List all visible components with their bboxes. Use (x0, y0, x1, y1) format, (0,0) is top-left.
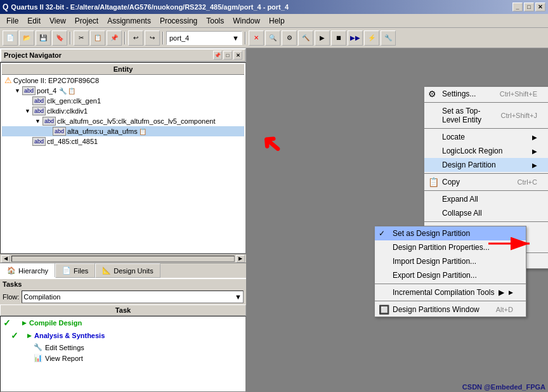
tb-btn-6[interactable]: ⚙ (282, 30, 297, 46)
tree-item-ctl485[interactable]: abd ctl_485:ctl_4851 (2, 136, 244, 147)
tb-btn-8[interactable]: ▶ (315, 30, 330, 46)
ctx-logiclock[interactable]: LogicLock Region ▶ (424, 144, 548, 158)
sep-4 (245, 32, 246, 44)
save-button[interactable]: 💾 (36, 30, 51, 46)
tab-hierarchy[interactable]: 🏠 Hierarchy (0, 263, 55, 278)
abcd-icon-clkdiv: abd (32, 107, 46, 115)
menu-processing[interactable]: Processing (156, 15, 201, 27)
submenu-set-partition-label: Set as Design Partition (393, 229, 470, 238)
ctx-top-level[interactable]: Set as Top-Level Entity Ctrl+Shift+J (424, 104, 548, 127)
menu-file[interactable]: File (3, 15, 22, 27)
minimize-button[interactable]: _ (512, 3, 523, 11)
ctx-settings-shortcut: Ctrl+Shift+E (500, 90, 537, 98)
tb-btn-x[interactable]: ✕ (249, 30, 264, 46)
maximize-button[interactable]: □ (524, 3, 534, 11)
tb-btn-10[interactable]: ⚡ (364, 30, 379, 46)
tree-item-clkdiv[interactable]: ▼ abd clkdiv:clkdiv1 (2, 106, 244, 116)
tree-item-alta-ufms[interactable]: abd alta_ufms:u_alta_ufms 📋 (2, 126, 244, 136)
tree-item-cyclone[interactable]: ⚠ Cyclone II: EP2C70F896C8 (2, 75, 244, 86)
task-view-report[interactable]: 📊 View Report (1, 353, 245, 363)
ctx-copy[interactable]: 📋 Copy Ctrl+C (424, 175, 548, 189)
menu-project[interactable]: Project (71, 15, 102, 27)
redo-button[interactable]: ↪ (145, 30, 160, 46)
ctx-copy-label: Copy (442, 178, 460, 186)
submenu-incremental-arrow: ▶ (499, 288, 504, 297)
submenu-partitions-window[interactable]: 🔲 Design Partitions Window Alt+D (375, 303, 526, 317)
ctx-expand-all[interactable]: Expand All (424, 192, 548, 206)
copy-icon: 📋 (428, 177, 439, 187)
tree-item-clkgen[interactable]: abd clk_gen:clk_gen1 (2, 96, 244, 106)
ctx-design-partition-arrow: ▶ (532, 162, 537, 169)
ctx-logiclock-label: LogicLock Region (442, 147, 502, 155)
sep-1 (70, 32, 71, 44)
tb-btn-5[interactable]: 🔍 (265, 30, 280, 46)
ctx-collapse-all[interactable]: Collapse All (424, 206, 548, 220)
toolbar: 📄 📂 💾 🔖 ✂ 📋 📌 ↩ ↪ port_4 ▼ ✕ 🔍 ⚙ 🔨 ▶ ⏹ ▶… (0, 28, 548, 48)
task-compile-design[interactable]: ✓ ▶ Compile Design (1, 317, 245, 329)
ctx-locate[interactable]: Locate ▶ (424, 130, 548, 144)
tb-btn-9[interactable]: ⏹ (331, 30, 346, 46)
menu-view[interactable]: View (46, 15, 70, 27)
flow-dropdown[interactable]: Compilation ▼ (22, 291, 244, 303)
open-button[interactable]: 📂 (19, 30, 34, 46)
tree-scrollbar[interactable]: ◀ ▶ (0, 254, 246, 263)
ctx-sep-2 (424, 128, 548, 129)
undo-button[interactable]: ↩ (128, 30, 143, 46)
files-icon: 📄 (62, 266, 71, 275)
task-edit-settings-icon: 🔧 (34, 343, 42, 351)
project-navigator-header: Project Navigator 📌 □ ✕ (0, 48, 246, 62)
entity-dropdown[interactable]: port_4 ▼ (166, 31, 242, 45)
alta-extra-icon: 📋 (139, 128, 147, 135)
task-compile-label: Compile Design (29, 319, 82, 327)
ctx-locate-arrow: ▶ (532, 134, 537, 141)
scroll-left[interactable]: ◀ (1, 255, 10, 263)
menu-help[interactable]: Help (265, 15, 289, 27)
scroll-right[interactable]: ▶ (236, 255, 245, 263)
tb-btn-11[interactable]: 🔧 (381, 30, 396, 46)
ctx-design-partition[interactable]: Design Partition ▶ (424, 158, 548, 172)
sep-2 (124, 32, 126, 44)
menu-edit[interactable]: Edit (23, 15, 44, 27)
copy-button[interactable]: 📋 (90, 30, 105, 46)
entity-value: port_4 (169, 34, 189, 42)
scroll-track[interactable] (11, 256, 235, 262)
tree-area: Entity ⚠ Cyclone II: EP2C70F896C8 ▼ abd … (0, 62, 246, 254)
menu-window[interactable]: Window (229, 15, 264, 27)
tab-files-label: Files (74, 267, 88, 275)
expand-port4: ▼ (15, 88, 21, 94)
close-button[interactable]: ✕ (535, 3, 545, 11)
tab-files[interactable]: 📄 Files (55, 263, 95, 278)
submenu-export-label: Export Design Partition... (393, 271, 477, 280)
task-analysis-synthesis[interactable]: ✓ ▶ Analysis & Synthesis (1, 329, 245, 342)
ctx-sep-1 (424, 102, 548, 103)
tb-btn-4[interactable]: 🔖 (52, 30, 67, 46)
compile-button[interactable]: ▶▶ (348, 30, 363, 46)
tree-item-altufm-osc[interactable]: ▼ abd clk_altufm_osc_lv5:clk_altufm_osc_… (2, 116, 244, 126)
pin-button[interactable]: 📌 (213, 51, 222, 60)
flow-value: Compilation (23, 293, 60, 301)
task-edit-settings[interactable]: 🔧 Edit Settings (1, 342, 245, 353)
menu-assignments[interactable]: Assignments (103, 15, 155, 27)
flow-row: Flow: Compilation ▼ (0, 289, 246, 304)
expand-analysis: ▶ (27, 332, 32, 339)
panel-restore-button[interactable]: □ (223, 51, 232, 60)
submenu-partitions-window-shortcut: Alt+D (496, 306, 513, 313)
tree-item-port4[interactable]: ▼ abd port_4 🔧 📋 (2, 86, 244, 96)
task-view-report-label: View Report (45, 355, 83, 362)
left-panel: Project Navigator 📌 □ ✕ Entity ⚠ Cyclone… (0, 48, 247, 392)
tb-btn-7[interactable]: 🔨 (298, 30, 313, 46)
new-button[interactable]: 📄 (3, 30, 18, 46)
submenu-incremental[interactable]: Incremental Compilation Tools ▶ (375, 285, 526, 299)
paste-button[interactable]: 📌 (107, 30, 122, 46)
sep-3 (162, 32, 164, 44)
ctx-settings[interactable]: ⚙ Settings... Ctrl+Shift+E (424, 87, 548, 101)
settings-icon: ⚙ (428, 89, 436, 99)
submenu-check: ✓ (379, 229, 385, 238)
panel-close-button[interactable]: ✕ (233, 51, 242, 60)
submenu-export-partition[interactable]: Export Design Partition... (375, 268, 526, 282)
red-arrow-2 (488, 231, 539, 258)
tab-design-units[interactable]: 📐 Design Units (95, 263, 160, 278)
cut-button[interactable]: ✂ (74, 30, 89, 46)
tasks-panel: Tasks Flow: Compilation ▼ Task ✓ ▶ Compi… (0, 278, 246, 392)
menu-tools[interactable]: Tools (202, 15, 228, 27)
